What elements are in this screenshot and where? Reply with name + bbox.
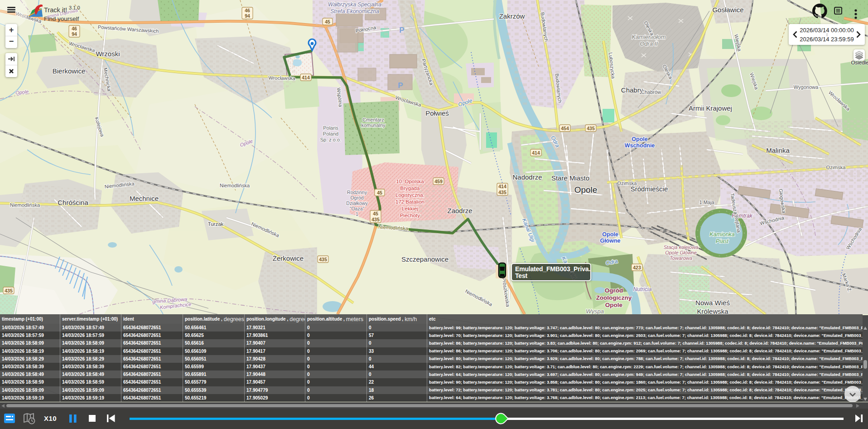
svg-text:435: 435 xyxy=(371,217,380,222)
svg-text:Wrzoski: Wrzoski xyxy=(96,50,120,58)
svg-text:10. Opolska: 10. Opolska xyxy=(396,179,424,184)
svg-text:Ogród: Ogród xyxy=(605,287,623,294)
svg-text:Wrocławska: Wrocławska xyxy=(268,75,295,81)
svg-text:Opole: Opole xyxy=(602,231,618,238)
svg-text:414: 414 xyxy=(532,150,540,156)
svg-text:Polaris: Polaris xyxy=(323,125,338,131)
svg-text:435: 435 xyxy=(319,257,327,262)
svg-text:Śródmieście: Śródmieście xyxy=(631,185,668,193)
svg-text:Piast: Piast xyxy=(716,238,728,244)
svg-text:Odra II: Odra II xyxy=(640,40,658,47)
svg-text:435: 435 xyxy=(5,288,13,293)
svg-text:Chabry: Chabry xyxy=(621,86,643,94)
svg-text:Malinka: Malinka xyxy=(766,146,790,154)
svg-text:414: 414 xyxy=(302,75,310,80)
svg-text:Zoologiczny: Zoologiczny xyxy=(596,294,632,301)
svg-text:Nutricia: Nutricia xyxy=(633,286,652,292)
svg-text:Opole: Opole xyxy=(574,185,598,195)
svg-text:Logistyczna,: Logistyczna, xyxy=(395,192,424,198)
svg-text:Opole: Opole xyxy=(632,136,647,142)
svg-text:435: 435 xyxy=(587,126,595,131)
svg-text:Chróścina: Chróścina xyxy=(58,199,88,206)
svg-text:P: P xyxy=(399,26,404,34)
svg-text:Ogród: Ogród xyxy=(350,195,363,200)
svg-text:Wyspa: Wyspa xyxy=(586,308,604,315)
svg-text:Ozimska: Ozimska xyxy=(617,180,637,186)
svg-text:Wygonowa: Wygonowa xyxy=(794,84,819,90)
svg-text:Niemodlińska: Niemodlińska xyxy=(220,183,250,188)
svg-text:Główne: Główne xyxy=(600,238,620,244)
svg-text:Kamieniołom: Kamieniołom xyxy=(632,34,665,40)
svg-text:"Oaza": "Oaza" xyxy=(350,206,365,211)
svg-text:435: 435 xyxy=(498,190,506,195)
svg-text:P: P xyxy=(398,81,403,90)
svg-text:Towarowa: Towarowa xyxy=(670,255,692,261)
svg-text:94: 94 xyxy=(245,13,250,19)
svg-text:Stacja kolejowa: Stacja kolejowa xyxy=(664,244,698,250)
svg-text:Opole Główne: Opole Główne xyxy=(665,250,697,255)
svg-text:Zakrzów: Zakrzów xyxy=(499,12,525,20)
svg-text:Kamionka: Kamionka xyxy=(709,231,735,238)
svg-text:172.Batalion: 172.Batalion xyxy=(395,199,424,205)
svg-text:459: 459 xyxy=(434,179,443,184)
svg-text:Brygada: Brygada xyxy=(400,185,420,191)
svg-text:Sp. z o.o.: Sp. z o.o. xyxy=(320,137,341,142)
svg-text:Armii Krajowej: Armii Krajowej xyxy=(689,104,732,112)
svg-text:Działkowy: Działkowy xyxy=(346,200,368,206)
svg-text:Nadodrze: Nadodrze xyxy=(512,173,542,181)
svg-text:45: 45 xyxy=(325,19,330,24)
svg-text:45: 45 xyxy=(373,211,378,216)
svg-text:Cmentarz: Cmentarz xyxy=(362,117,384,122)
svg-text:Lekkiej: Lekkiej xyxy=(402,206,418,211)
svg-text:Bierkowice: Bierkowice xyxy=(53,67,86,75)
svg-text:Wałbrzyska Specjalna: Wałbrzyska Specjalna xyxy=(328,1,381,8)
svg-text:Strefa Ekonomiczna: Strefa Ekonomiczna xyxy=(330,8,379,15)
svg-text:Szczepanowice: Szczepanowice xyxy=(401,255,448,263)
svg-text:Poland: Poland xyxy=(323,131,338,136)
svg-text:Turzak: Turzak xyxy=(208,221,224,227)
svg-text:Połwieś: Połwieś xyxy=(425,109,449,117)
svg-text:Opole: Opole xyxy=(605,302,623,308)
svg-text:Niemodlińska: Niemodlińska xyxy=(10,202,40,208)
svg-text:komunalny: komunalny xyxy=(361,122,386,128)
svg-text:Stare Miasto: Stare Miasto xyxy=(551,174,589,182)
svg-text:1 Maja: 1 Maja xyxy=(699,200,714,205)
svg-text:Piechoty: Piechoty xyxy=(400,213,420,218)
svg-text:454: 454 xyxy=(561,126,569,131)
svg-text:Nowa Wieś: Nowa Wieś xyxy=(695,299,730,307)
svg-text:46: 46 xyxy=(72,26,77,31)
svg-text:Rodzinny: Rodzinny xyxy=(347,190,367,195)
svg-text:423: 423 xyxy=(633,265,641,270)
svg-text:46: 46 xyxy=(245,8,250,13)
svg-text:Wschodnie: Wschodnie xyxy=(625,142,655,149)
svg-text:Chabrów: Chabrów xyxy=(641,89,661,95)
svg-text:Gosławice: Gosławice xyxy=(712,6,743,14)
svg-text:1: 1 xyxy=(356,211,358,217)
svg-text:Ozimska: Ozimska xyxy=(826,165,846,170)
svg-text:414: 414 xyxy=(498,184,506,189)
svg-text:Żerkowice: Żerkowice xyxy=(273,254,304,262)
svg-text:94: 94 xyxy=(72,31,77,37)
svg-text:45: 45 xyxy=(377,190,382,195)
svg-text:Zaodrze: Zaodrze xyxy=(447,207,472,214)
svg-text:Mechnice: Mechnice xyxy=(130,195,159,202)
